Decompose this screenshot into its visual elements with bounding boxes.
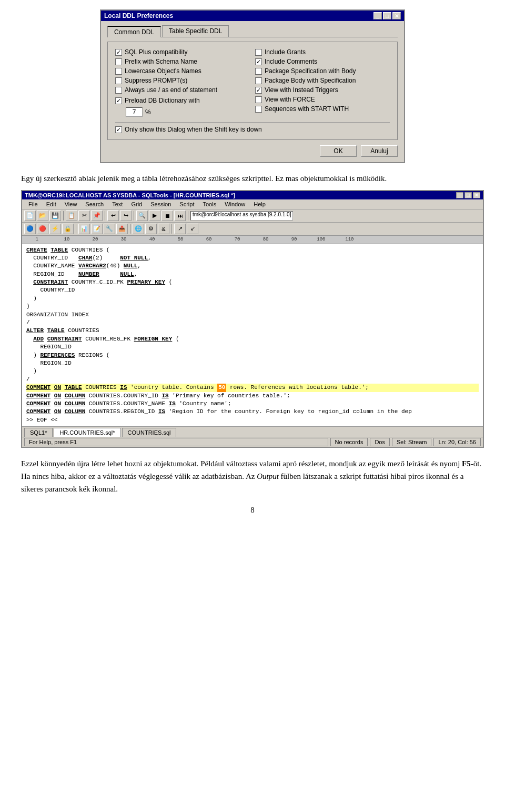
cb-sequences-box[interactable] <box>255 106 262 113</box>
tab-row: Common DDL Table Specific DDL <box>107 25 398 37</box>
cb-include-grants: Include Grants <box>255 47 390 57</box>
tab-common-ddl[interactable]: Common DDL <box>107 26 161 37</box>
cb-pkg-spec-body-box[interactable] <box>255 68 262 75</box>
tb-icon8[interactable]: 📤 <box>116 224 128 234</box>
menu-view[interactable]: View <box>60 201 82 208</box>
tb-icon1[interactable]: 🔵 <box>24 224 36 234</box>
minimize-button[interactable]: _ <box>373 12 382 19</box>
tb-redo[interactable]: ↪ <box>120 210 132 221</box>
dialog-inner: SQL Plus compatibility Prefix with Schem… <box>107 42 398 140</box>
cb-preload-box[interactable] <box>115 97 122 104</box>
cb-preload-label: Preload DB Dictionary with <box>125 97 200 104</box>
tb-open[interactable]: 📂 <box>37 210 48 221</box>
close-button[interactable]: ✕ <box>392 12 401 19</box>
tb-icon6[interactable]: 📝 <box>91 224 103 234</box>
menu-window[interactable]: Window <box>220 201 249 208</box>
cb-sql-plus-label: SQL Plus compatibility <box>125 48 188 56</box>
sqltool-tabs-bar: SQL1* HR.COUNTRIES.sql* COUNTRIES.sql <box>22 426 483 437</box>
tb-sep1 <box>63 211 64 220</box>
menu-help[interactable]: Help <box>249 201 270 208</box>
code-line-9: ORGANIZATION INDEX <box>26 311 479 319</box>
code-line-8: ) <box>26 303 479 310</box>
preload-input[interactable] <box>126 107 143 117</box>
tb-icon13[interactable]: ↙ <box>187 224 198 234</box>
tab-table-specific-ddl[interactable]: Table Specific DDL <box>162 25 229 37</box>
tb-icon4[interactable]: 🔒 <box>62 224 74 234</box>
sqltool-close-btn[interactable]: ✕ <box>473 192 480 198</box>
tb-icon9[interactable]: 🌐 <box>133 224 144 234</box>
toolbar-connection-field: tmk@orcl9i:localhost as sysdba [9.2.0.1.… <box>190 211 293 220</box>
sqltool-toolbar2: 🔵 🔴 ⚡ 🔒 📊 📝 🔧 📤 🌐 ⚙ & ↗ ↙ <box>22 223 483 236</box>
status-sel: Sel: Stream <box>392 438 431 446</box>
cb-view-force-box[interactable] <box>255 96 262 103</box>
tb-sep2 <box>105 211 105 220</box>
tb-undo[interactable]: ↩ <box>107 210 119 221</box>
cancel-button[interactable]: Anuluj <box>361 145 398 157</box>
sqltool-titlebar: TMK@ORC19i:LOCALHOST AS SYSDBA - SQLTool… <box>22 191 483 199</box>
sqltool-tab-countries[interactable]: COUNTRIES.sql <box>122 428 177 437</box>
cb-prefix-schema: Prefix with Schema Name <box>115 57 250 66</box>
menu-search[interactable]: Search <box>81 201 108 208</box>
sqltool-maximize-btn[interactable]: □ <box>464 192 472 198</box>
tb-icon12[interactable]: ↗ <box>174 224 186 234</box>
menu-grid[interactable]: Grid <box>127 201 146 208</box>
cb-include-grants-label: Include Grants <box>265 48 306 56</box>
tb-icon2[interactable]: 🔴 <box>37 224 48 234</box>
sqltool-tab-hrcountries[interactable]: HR.COUNTRIES.sql* <box>54 428 120 437</box>
tb-stop[interactable]: ⏹ <box>161 210 173 221</box>
checkbox-grid: SQL Plus compatibility Prefix with Schem… <box>115 47 390 118</box>
cb-include-grants-box[interactable] <box>255 49 262 56</box>
tb-icon10[interactable]: ⚙ <box>145 224 157 234</box>
cb-always-use-box[interactable] <box>115 87 122 94</box>
cb-always-use: Always use / as end of statement <box>115 85 250 95</box>
ruler-bar: 1 10 20 30 40 50 60 70 80 90 100 110 <box>22 236 483 244</box>
ruler-text: 1 10 20 30 40 50 60 70 80 90 100 110 <box>24 237 354 242</box>
tb-new[interactable]: 📄 <box>24 210 36 221</box>
tb-icon11[interactable]: & <box>158 224 169 234</box>
menu-edit[interactable]: Edit <box>42 201 60 208</box>
cb-always-use-label: Always use / as end of statement <box>125 86 217 94</box>
menu-text[interactable]: Text <box>108 201 127 208</box>
cb-pkg-body-spec-box[interactable] <box>255 77 262 84</box>
sqltool-statusbar: For Help, press F1 No records Dos Sel: S… <box>22 437 483 447</box>
code-line-17: ) <box>26 367 479 375</box>
cb-view-instead: View with Instead Triggers <box>255 85 390 95</box>
maximize-button[interactable]: □ <box>383 12 391 19</box>
code-line-12: ALTER TABLE COUNTRIES <box>26 327 479 335</box>
tb-paste[interactable]: 📌 <box>91 210 103 221</box>
tb-find[interactable]: 🔍 <box>136 210 148 221</box>
cb-lowercase-box[interactable] <box>115 68 122 75</box>
cb-prefix-schema-box[interactable] <box>115 58 122 65</box>
sqltool-menubar: File Edit View Search Text Grid Session … <box>22 199 483 209</box>
menu-session[interactable]: Session <box>146 201 175 208</box>
code-line-15: ) REFERENCES REGIONS ( <box>26 352 479 359</box>
tb-icon3[interactable]: ⚡ <box>49 224 61 234</box>
tb-run[interactable]: ▶ <box>149 210 160 221</box>
tb-cut[interactable]: ✂ <box>78 210 90 221</box>
cb-sql-plus-box[interactable] <box>115 49 122 56</box>
cb-suppress-prompt-box[interactable] <box>115 77 122 84</box>
sqltool-minimize-btn[interactable]: _ <box>456 192 463 198</box>
footer-text-1: Ezzel könnyedén újra létre lehet hozni a… <box>21 459 200 468</box>
cb-view-instead-label: View with Instead Triggers <box>265 86 338 94</box>
footer-output: Output <box>257 472 279 480</box>
ok-button[interactable]: OK <box>320 145 357 157</box>
tb-save[interactable]: 💾 <box>49 210 61 221</box>
sqltool-tab-sql1[interactable]: SQL1* <box>24 428 53 437</box>
tb-copy[interactable]: 📋 <box>66 210 77 221</box>
cb-lowercase: Lowercase Object's Names <box>115 66 250 76</box>
dialog-box: Local DDL Preferences _ □ ✕ Common DDL T… <box>100 9 405 163</box>
menu-tools[interactable]: Tools <box>198 201 220 208</box>
cb-view-force-label: View with FORCE <box>265 96 315 103</box>
code-area[interactable]: CREATE TABLE COUNTRIES ( COUNTRY_ID CHAR… <box>22 244 483 427</box>
menu-file[interactable]: File <box>24 201 42 208</box>
cb-include-comments-box[interactable] <box>255 58 262 65</box>
menu-script[interactable]: Script <box>175 201 198 208</box>
tb-icon7[interactable]: 🔧 <box>104 224 115 234</box>
code-line-16: REGION_ID <box>26 359 479 367</box>
cb-only-show-box[interactable] <box>115 126 122 133</box>
tb-icon5[interactable]: 📊 <box>78 224 90 234</box>
cb-view-instead-box[interactable] <box>255 87 262 94</box>
tb-step[interactable]: ⏭ <box>174 210 186 221</box>
preload-value-row: % <box>126 106 250 118</box>
